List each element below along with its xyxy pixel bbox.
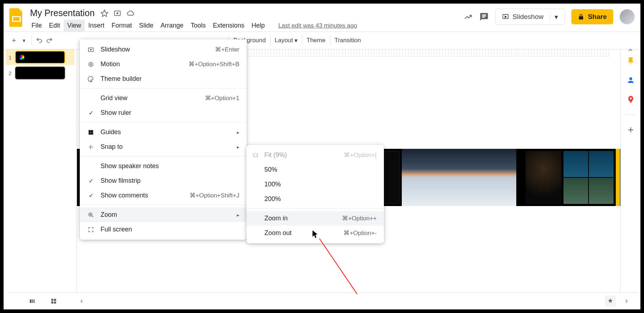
svg-line-11	[319, 239, 357, 294]
annotation-arrow-icon	[318, 237, 361, 294]
svg-point-7	[89, 62, 93, 67]
zoom-in[interactable]: Zoom in ⌘+Option++	[247, 211, 384, 226]
svg-point-5	[630, 98, 631, 99]
menu-slide[interactable]: Slide	[136, 20, 157, 31]
zoom-icon	[87, 212, 95, 218]
toolbar-theme[interactable]: Theme	[303, 35, 329, 46]
svg-rect-14	[34, 299, 35, 303]
new-slide-button[interactable]	[10, 36, 18, 44]
menu-view[interactable]: View	[64, 20, 85, 31]
svg-rect-16	[54, 299, 56, 301]
contacts-icon[interactable]	[626, 76, 635, 84]
view-menu-full-screen[interactable]: Full screen	[80, 222, 247, 237]
move-icon[interactable]	[113, 9, 121, 17]
account-avatar[interactable]	[620, 9, 635, 24]
fit-icon	[252, 152, 259, 158]
fullscreen-icon	[87, 226, 95, 233]
share-button-label: Share	[588, 13, 607, 21]
view-menu-theme-builder[interactable]: Theme builder	[80, 72, 247, 86]
zoom-fit[interactable]: Fit (9%) ⌘+Option+[	[247, 148, 384, 162]
submenu-arrow-icon	[237, 128, 239, 136]
undo-icon[interactable]	[35, 36, 43, 44]
menu-file[interactable]: File	[28, 20, 45, 31]
view-menu-motion[interactable]: Motion ⌘+Option+Shift+B	[80, 57, 247, 72]
side-panel	[620, 49, 640, 294]
toolbar-layout[interactable]: Layout▾	[271, 35, 301, 47]
view-menu-zoom[interactable]: Zoom	[80, 207, 247, 222]
slideshow-button-label: Slideshow	[513, 13, 544, 21]
view-menu-slideshow[interactable]: Slideshow ⌘+Enter	[80, 42, 247, 57]
menu-edit[interactable]: Edit	[45, 20, 64, 31]
menu-help[interactable]: Help	[248, 20, 268, 31]
redo-icon[interactable]	[45, 36, 53, 44]
zoom-submenu: Fit (9%) ⌘+Option+[ 50% 100% 200% Zoom i…	[247, 145, 384, 243]
check-icon	[87, 192, 95, 199]
explore-button[interactable]	[605, 295, 616, 307]
view-menu-guides[interactable]: Guides	[80, 125, 247, 140]
guides-icon	[87, 129, 95, 136]
slide-thumbnail-2[interactable]: 2	[6, 65, 74, 81]
slideshow-dropdown-icon[interactable]: ▾	[555, 13, 558, 21]
play-slide-icon	[87, 47, 95, 53]
snap-icon	[87, 144, 95, 150]
keep-icon[interactable]	[626, 57, 635, 65]
collapse-filmstrip-icon[interactable]	[79, 298, 84, 304]
view-menu-speaker-notes[interactable]: Show speaker notes	[80, 159, 247, 173]
comments-icon[interactable]	[479, 12, 489, 21]
thumb-number: 1	[9, 51, 11, 60]
svg-rect-13	[32, 299, 33, 303]
svg-point-4	[629, 77, 632, 80]
show-side-panel-icon[interactable]	[623, 298, 630, 304]
menu-extensions[interactable]: Extensions	[209, 20, 248, 31]
annotation-cursor-icon	[312, 230, 313, 230]
svg-rect-17	[51, 301, 53, 303]
menu-format[interactable]: Format	[108, 20, 136, 31]
view-menu-grid-view[interactable]: Grid view ⌘+Option+1	[80, 91, 247, 106]
thumb-number: 2	[9, 67, 11, 76]
menu-tools[interactable]: Tools	[187, 20, 209, 31]
cloud-status-icon[interactable]	[126, 9, 135, 17]
new-slide-dropdown-icon[interactable]: ▾	[20, 36, 28, 44]
check-icon	[87, 109, 95, 116]
toolbar-transition[interactable]: Transition	[331, 35, 365, 46]
zoom-100[interactable]: 100%	[247, 177, 384, 192]
view-menu-show-ruler[interactable]: Show ruler	[80, 106, 247, 120]
last-edit-link[interactable]: Last edit was 43 minutes ago	[275, 20, 361, 31]
filmstrip-view-icon[interactable]	[29, 298, 36, 305]
maps-icon[interactable]	[626, 95, 635, 104]
slide-thumbnail-1[interactable]: 1	[6, 49, 74, 65]
palette-icon	[87, 76, 95, 82]
view-menu-comments[interactable]: Show comments ⌘+Option+Shift+J	[80, 188, 247, 203]
slideshow-button[interactable]: Slideshow ▾	[495, 9, 565, 25]
chevron-down-icon: ▾	[294, 37, 298, 44]
zoom-50[interactable]: 50%	[247, 162, 384, 177]
submenu-arrow-icon	[237, 211, 239, 219]
menu-arrange[interactable]: Arrange	[157, 20, 187, 31]
svg-rect-12	[30, 299, 31, 303]
menu-bar: File Edit View Insert Format Slide Arran…	[28, 20, 464, 31]
grid-view-icon[interactable]	[50, 298, 57, 305]
motion-icon	[87, 61, 95, 68]
view-menu-dropdown: Slideshow ⌘+Enter Motion ⌘+Option+Shift+…	[80, 39, 247, 240]
slides-logo[interactable]	[8, 6, 25, 29]
filmstrip: 1 2	[4, 49, 77, 294]
svg-rect-1	[13, 17, 20, 21]
svg-rect-18	[54, 301, 56, 303]
add-on-plus-icon[interactable]	[626, 126, 635, 134]
trend-icon[interactable]	[464, 12, 473, 21]
svg-rect-15	[51, 299, 53, 301]
doc-title[interactable]: My Presentation	[28, 7, 97, 19]
collapse-toolbar-icon[interactable]	[627, 47, 634, 54]
share-button[interactable]: Share	[571, 9, 613, 24]
svg-point-8	[90, 63, 92, 65]
star-icon[interactable]	[101, 9, 108, 17]
view-menu-filmstrip[interactable]: Show filmstrip	[80, 173, 247, 188]
view-menu-snap-to[interactable]: Snap to	[80, 140, 247, 154]
check-icon	[87, 177, 95, 184]
menu-insert[interactable]: Insert	[85, 20, 108, 31]
zoom-200[interactable]: 200%	[247, 192, 384, 206]
submenu-arrow-icon	[237, 143, 239, 151]
